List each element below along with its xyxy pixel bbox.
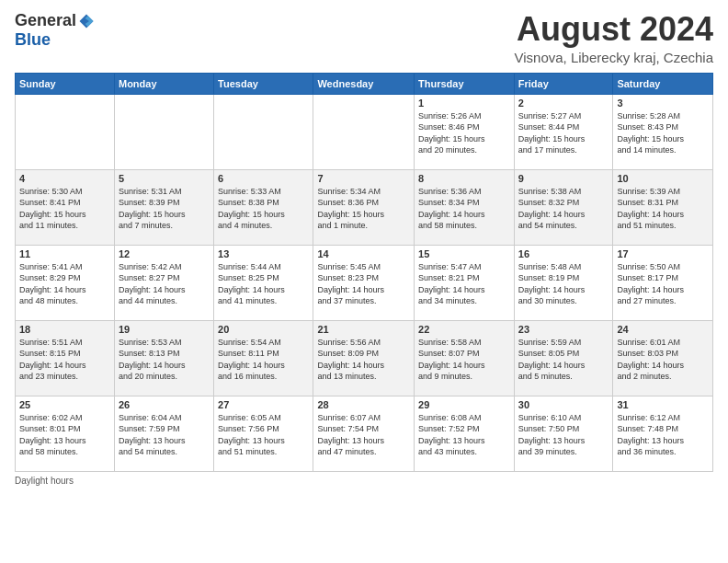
day-cell: 10Sunrise: 5:39 AM Sunset: 8:31 PM Dayli… [613, 169, 713, 245]
header-wednesday: Wednesday [313, 73, 415, 94]
day-number: 28 [317, 399, 410, 410]
day-info: Sunrise: 5:58 AM Sunset: 8:07 PM Dayligh… [418, 337, 510, 383]
day-cell: 31Sunrise: 6:12 AM Sunset: 7:48 PM Dayli… [613, 396, 713, 471]
day-info: Sunrise: 6:12 AM Sunset: 7:48 PM Dayligh… [617, 412, 709, 458]
day-number: 15 [418, 248, 510, 259]
day-cell: 25Sunrise: 6:02 AM Sunset: 8:01 PM Dayli… [16, 396, 115, 471]
week-row-4: 18Sunrise: 5:51 AM Sunset: 8:15 PM Dayli… [16, 320, 713, 396]
page: General Blue August 2024 Visnova, Libere… [0, 0, 728, 563]
day-info: Sunrise: 6:02 AM Sunset: 8:01 PM Dayligh… [19, 412, 110, 458]
day-cell: 11Sunrise: 5:41 AM Sunset: 8:29 PM Dayli… [16, 245, 115, 320]
day-info: Sunrise: 5:48 AM Sunset: 8:19 PM Dayligh… [518, 261, 609, 307]
day-number: 21 [317, 324, 410, 335]
header-friday: Friday [514, 73, 613, 94]
day-info: Sunrise: 5:41 AM Sunset: 8:29 PM Dayligh… [19, 261, 110, 307]
week-row-3: 11Sunrise: 5:41 AM Sunset: 8:29 PM Dayli… [16, 245, 713, 320]
day-number: 30 [518, 399, 609, 410]
day-cell [114, 94, 213, 169]
day-cell: 9Sunrise: 5:38 AM Sunset: 8:32 PM Daylig… [514, 169, 613, 245]
day-info: Sunrise: 5:26 AM Sunset: 8:46 PM Dayligh… [418, 110, 510, 156]
logo-blue: Blue [15, 30, 51, 50]
day-cell: 15Sunrise: 5:47 AM Sunset: 8:21 PM Dayli… [415, 245, 515, 320]
day-number: 4 [19, 173, 110, 184]
day-number: 26 [119, 399, 210, 410]
week-row-5: 25Sunrise: 6:02 AM Sunset: 8:01 PM Dayli… [16, 396, 713, 471]
day-info: Sunrise: 6:05 AM Sunset: 7:56 PM Dayligh… [218, 412, 309, 458]
header-monday: Monday [114, 73, 213, 94]
day-number: 2 [518, 98, 609, 109]
header: General Blue August 2024 Visnova, Libere… [15, 11, 713, 65]
day-cell: 21Sunrise: 5:56 AM Sunset: 8:09 PM Dayli… [313, 320, 415, 396]
calendar: SundayMondayTuesdayWednesdayThursdayFrid… [15, 73, 713, 472]
day-info: Sunrise: 5:28 AM Sunset: 8:43 PM Dayligh… [617, 110, 709, 156]
header-tuesday: Tuesday [214, 73, 313, 94]
day-cell: 28Sunrise: 6:07 AM Sunset: 7:54 PM Dayli… [313, 396, 415, 471]
day-cell: 29Sunrise: 6:08 AM Sunset: 7:52 PM Dayli… [415, 396, 515, 471]
day-cell: 16Sunrise: 5:48 AM Sunset: 8:19 PM Dayli… [514, 245, 613, 320]
day-number: 24 [617, 324, 709, 335]
day-cell: 22Sunrise: 5:58 AM Sunset: 8:07 PM Dayli… [415, 320, 515, 396]
day-info: Sunrise: 6:07 AM Sunset: 7:54 PM Dayligh… [317, 412, 410, 458]
day-number: 25 [19, 399, 110, 410]
day-cell: 19Sunrise: 5:53 AM Sunset: 8:13 PM Dayli… [114, 320, 213, 396]
day-number: 27 [218, 399, 309, 410]
day-number: 6 [218, 173, 309, 184]
day-info: Sunrise: 5:27 AM Sunset: 8:44 PM Dayligh… [518, 110, 609, 156]
day-number: 8 [418, 173, 510, 184]
day-cell: 13Sunrise: 5:44 AM Sunset: 8:25 PM Dayli… [214, 245, 313, 320]
logo-icon [78, 13, 95, 29]
logo: General Blue [15, 11, 95, 50]
header-saturday: Saturday [613, 73, 713, 94]
day-cell: 14Sunrise: 5:45 AM Sunset: 8:23 PM Dayli… [313, 245, 415, 320]
day-cell [313, 94, 415, 169]
day-info: Sunrise: 6:01 AM Sunset: 8:03 PM Dayligh… [617, 337, 709, 383]
subtitle: Visnova, Liberecky kraj, Czechia [515, 50, 714, 65]
month-title: August 2024 [515, 11, 714, 48]
day-info: Sunrise: 5:51 AM Sunset: 8:15 PM Dayligh… [19, 337, 110, 383]
day-info: Sunrise: 5:44 AM Sunset: 8:25 PM Dayligh… [218, 261, 309, 307]
day-cell: 4Sunrise: 5:30 AM Sunset: 8:41 PM Daylig… [16, 169, 115, 245]
week-row-2: 4Sunrise: 5:30 AM Sunset: 8:41 PM Daylig… [16, 169, 713, 245]
day-cell: 27Sunrise: 6:05 AM Sunset: 7:56 PM Dayli… [214, 396, 313, 471]
day-info: Sunrise: 6:08 AM Sunset: 7:52 PM Dayligh… [418, 412, 510, 458]
day-number: 18 [19, 324, 110, 335]
day-info: Sunrise: 6:10 AM Sunset: 7:50 PM Dayligh… [518, 412, 609, 458]
day-number: 23 [518, 324, 609, 335]
day-cell: 6Sunrise: 5:33 AM Sunset: 8:38 PM Daylig… [214, 169, 313, 245]
day-cell: 7Sunrise: 5:34 AM Sunset: 8:36 PM Daylig… [313, 169, 415, 245]
day-cell: 1Sunrise: 5:26 AM Sunset: 8:46 PM Daylig… [415, 94, 515, 169]
day-cell: 3Sunrise: 5:28 AM Sunset: 8:43 PM Daylig… [613, 94, 713, 169]
day-cell: 5Sunrise: 5:31 AM Sunset: 8:39 PM Daylig… [114, 169, 213, 245]
day-info: Sunrise: 5:34 AM Sunset: 8:36 PM Dayligh… [317, 186, 410, 232]
day-number: 22 [418, 324, 510, 335]
day-cell: 2Sunrise: 5:27 AM Sunset: 8:44 PM Daylig… [514, 94, 613, 169]
day-cell: 20Sunrise: 5:54 AM Sunset: 8:11 PM Dayli… [214, 320, 313, 396]
day-cell [16, 94, 115, 169]
day-number: 20 [218, 324, 309, 335]
day-number: 1 [418, 98, 510, 109]
day-cell: 30Sunrise: 6:10 AM Sunset: 7:50 PM Dayli… [514, 396, 613, 471]
day-number: 9 [518, 173, 609, 184]
day-info: Sunrise: 5:54 AM Sunset: 8:11 PM Dayligh… [218, 337, 309, 383]
week-row-1: 1Sunrise: 5:26 AM Sunset: 8:46 PM Daylig… [16, 94, 713, 169]
day-cell: 24Sunrise: 6:01 AM Sunset: 8:03 PM Dayli… [613, 320, 713, 396]
day-number: 7 [317, 173, 410, 184]
day-info: Sunrise: 5:42 AM Sunset: 8:27 PM Dayligh… [119, 261, 210, 307]
day-cell: 26Sunrise: 6:04 AM Sunset: 7:59 PM Dayli… [114, 396, 213, 471]
day-number: 29 [418, 399, 510, 410]
logo-general: General [15, 11, 76, 30]
day-cell: 18Sunrise: 5:51 AM Sunset: 8:15 PM Dayli… [16, 320, 115, 396]
day-number: 10 [617, 173, 709, 184]
day-info: Sunrise: 5:47 AM Sunset: 8:21 PM Dayligh… [418, 261, 510, 307]
day-number: 12 [119, 248, 210, 259]
day-info: Sunrise: 5:36 AM Sunset: 8:34 PM Dayligh… [418, 186, 510, 232]
day-cell: 8Sunrise: 5:36 AM Sunset: 8:34 PM Daylig… [415, 169, 515, 245]
day-number: 19 [119, 324, 210, 335]
day-info: Sunrise: 5:45 AM Sunset: 8:23 PM Dayligh… [317, 261, 410, 307]
day-info: Sunrise: 5:38 AM Sunset: 8:32 PM Dayligh… [518, 186, 609, 232]
day-number: 13 [218, 248, 309, 259]
day-number: 5 [119, 173, 210, 184]
header-thursday: Thursday [415, 73, 515, 94]
day-info: Sunrise: 5:53 AM Sunset: 8:13 PM Dayligh… [119, 337, 210, 383]
day-info: Sunrise: 5:33 AM Sunset: 8:38 PM Dayligh… [218, 186, 309, 232]
